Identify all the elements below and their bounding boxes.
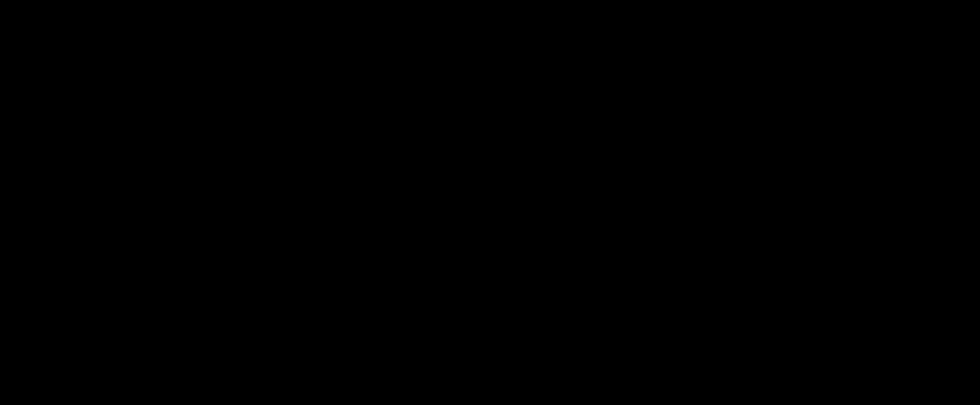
dependency-graph bbox=[0, 0, 980, 405]
